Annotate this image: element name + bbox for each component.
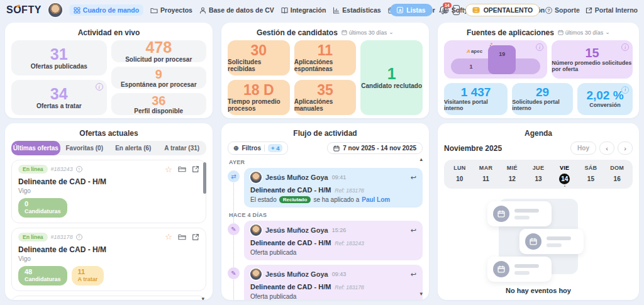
today-button[interactable]: Hoy bbox=[570, 141, 596, 155]
offer-card[interactable]: En línea #182819 ? ☆ Psicólogo/a General… bbox=[11, 296, 206, 300]
date-range-button[interactable]: 7 nov 2025 - 14 nov 2025 bbox=[327, 142, 423, 154]
question-icon[interactable]: ? bbox=[76, 166, 82, 172]
no-events-message: No hay eventos hoy bbox=[444, 287, 633, 294]
weekday-lun[interactable]: LUN10 bbox=[447, 165, 473, 184]
skeleton-event-card bbox=[519, 229, 584, 254]
stat-solicitudes-recibidas[interactable]: 30 Solicitudes recibidas bbox=[228, 40, 290, 75]
scroll-down-icon[interactable]: ▾ bbox=[419, 291, 423, 297]
stat-promedio-solicitudes-oferta[interactable]: i 15 Número promedio solicitudes por ofe… bbox=[552, 40, 633, 79]
reply-icon[interactable]: ↩ bbox=[411, 271, 416, 278]
calendar-icon bbox=[493, 261, 509, 277]
stat-solicitud-por-procesar[interactable]: 478 Solicitud por procesar bbox=[111, 40, 207, 62]
scroll-down-icon[interactable]: ▾ bbox=[201, 296, 204, 300]
a-tratar-badge[interactable]: 11 A tratar bbox=[72, 266, 104, 286]
weekday-sab[interactable]: SÁB15 bbox=[578, 165, 604, 184]
weekday-vie-selected[interactable]: VIE14 bbox=[552, 165, 578, 184]
stat-ofertas-publicadas[interactable]: 31 Ofertas publicadas bbox=[11, 40, 107, 75]
nav-item-integracion[interactable]: Integración bbox=[281, 6, 326, 14]
stat-solicitudes-portal-interno[interactable]: 29 Solicitudes portal interno bbox=[512, 83, 573, 115]
stat-conversion[interactable]: i 2,02 % Conversión bbox=[577, 83, 633, 115]
nav-label: Cuadro de mando bbox=[83, 6, 139, 14]
favorite-star-icon[interactable]: ☆ bbox=[165, 233, 172, 241]
tab-favoritas[interactable]: Favoritas (0) bbox=[60, 141, 109, 155]
avatar bbox=[250, 172, 262, 183]
job-ref: Ref: 183178 bbox=[335, 284, 364, 291]
weekday-jue[interactable]: JUE13 bbox=[525, 165, 552, 184]
job-ref: Ref: 183243 bbox=[335, 240, 364, 247]
weekday-mie[interactable]: MIÉ12 bbox=[499, 165, 525, 184]
activity-entry: ✎ Jesús Muñoz Goya 15:26 ↩ Delineante de… bbox=[228, 221, 423, 260]
tab-a-tratar[interactable]: A tratar (31) bbox=[158, 141, 207, 155]
next-week-button[interactable]: › bbox=[618, 141, 633, 155]
notifications-bell[interactable]: 14 bbox=[438, 6, 447, 15]
folder-icon[interactable] bbox=[178, 165, 186, 173]
tab-ultimas-ofertas[interactable]: Últimas ofertas bbox=[11, 141, 60, 155]
stat-aplicaciones-manuales[interactable]: 35 Aplicaciónes manuales bbox=[294, 80, 357, 115]
stat-perfil-disponible[interactable]: 36 Perfil disponible bbox=[111, 93, 207, 115]
reply-icon[interactable]: ↩ bbox=[411, 227, 416, 234]
weekday-dom[interactable]: DOM16 bbox=[604, 165, 630, 184]
reply-icon[interactable]: ↩ bbox=[411, 174, 416, 181]
reclutado-badge: Reclutado bbox=[279, 196, 311, 203]
sources-funnel-chart[interactable]: i Aapec indeed 1 19 bbox=[444, 40, 547, 79]
person-link[interactable]: Paul Lom bbox=[362, 196, 390, 203]
candidaturas-badge[interactable]: 48 Candidaturas bbox=[18, 266, 67, 286]
edit-icon: ✎ bbox=[228, 223, 240, 235]
external-link-icon[interactable] bbox=[192, 233, 199, 241]
folder-icon[interactable] bbox=[178, 233, 186, 241]
stat-tiempo-promedio-procesos[interactable]: 18 D Tiempo promedio procesos bbox=[228, 80, 290, 115]
offer-id: #183243 bbox=[51, 166, 73, 172]
offers-scrollbar[interactable] bbox=[203, 162, 206, 194]
timeline-group-label: AYER bbox=[228, 159, 423, 165]
info-icon[interactable]: i bbox=[621, 43, 629, 51]
tab-en-alerta[interactable]: En alerta (6) bbox=[109, 141, 158, 155]
offer-location: Vigo bbox=[18, 255, 199, 262]
nav-item-base-de-datos-cv[interactable]: Base de datos de CV bbox=[199, 6, 274, 14]
mobile-phone-icon[interactable] bbox=[453, 5, 460, 15]
question-icon[interactable]: ? bbox=[76, 234, 82, 240]
period-selector[interactable]: últimos 30 días ⌄ bbox=[341, 30, 394, 36]
prev-week-button[interactable]: ‹ bbox=[599, 141, 614, 155]
filters-button[interactable]: ⊕ Filtros + 4 bbox=[228, 141, 288, 155]
stat-candidato-reclutado[interactable]: 1 Candidato reclutado bbox=[360, 40, 423, 115]
favorite-star-icon[interactable]: ☆ bbox=[165, 165, 172, 174]
stat-ofertas-a-tratar[interactable]: i 34 Ofertas a tratar bbox=[11, 80, 107, 115]
offer-card[interactable]: En línea #183243 ? ☆ Delineante de CAD -… bbox=[11, 160, 206, 223]
opentalento-button[interactable]: OPENTALENTO bbox=[465, 4, 540, 16]
funnel-value-indeed: 19 bbox=[499, 51, 505, 57]
list-icon: A bbox=[397, 7, 403, 13]
period-selector[interactable]: últimos 30 días ⌄ bbox=[558, 30, 610, 36]
external-link-icon[interactable] bbox=[192, 165, 199, 173]
nav-label: Proyectos bbox=[160, 6, 192, 14]
listas-button[interactable]: A Listas bbox=[390, 4, 432, 16]
job-title: Delineante de CAD - H/M bbox=[250, 283, 331, 291]
week-strip: LUN10 MAR11 MIÉ12 JUE13 VIE14 SÁB15 DOM1… bbox=[444, 160, 633, 189]
app-logo[interactable]: SOFTY bbox=[6, 4, 42, 16]
activity-card[interactable]: Jesús Muñoz Goya 15:26 ↩ Delineante de C… bbox=[244, 221, 423, 260]
portal-interno-link[interactable]: Portal Interno bbox=[586, 6, 638, 14]
stat-aplicaciones-espontaneas[interactable]: 11 Aplicaciónes espontáneas bbox=[294, 40, 357, 75]
candidaturas-badge[interactable]: 0 Candidaturas bbox=[18, 198, 67, 218]
activity-card[interactable]: Jesús Muñoz Goya 09:41 ↩ Delineante de C… bbox=[244, 168, 423, 208]
calendar-icon bbox=[558, 30, 564, 35]
stat-visitantes-portal-interno[interactable]: 1 437 Visitantes portal interno bbox=[444, 83, 508, 115]
offer-card[interactable]: En línea #183178 ? ☆ Delineante de CAD -… bbox=[11, 228, 206, 291]
activity-card[interactable]: Jesús Muñoz Goya 09:43 ↩ Delineante de C… bbox=[244, 265, 423, 300]
top-navigation: SOFTY Cuadro de mando Proyectos Base de … bbox=[0, 0, 644, 20]
panel-title: Ofertas actuales bbox=[79, 129, 138, 138]
weekday-mar[interactable]: MAR11 bbox=[473, 165, 499, 184]
filters-count-chip: + 4 bbox=[268, 144, 282, 152]
funnel-bar-indeed: 19 bbox=[488, 45, 516, 74]
nav-item-cuadro-de-mando[interactable]: Cuadro de mando bbox=[69, 4, 143, 16]
info-icon[interactable]: i bbox=[621, 86, 629, 94]
soporte-link[interactable]: ? Soporte bbox=[545, 6, 580, 14]
entry-time: 09:43 bbox=[332, 271, 347, 277]
nav-item-estadisticas[interactable]: Estadísticas bbox=[333, 6, 380, 14]
scroll-up-icon[interactable]: ▴ bbox=[419, 156, 423, 162]
offer-location: Vigo bbox=[18, 187, 199, 194]
info-icon[interactable]: i bbox=[96, 83, 103, 91]
edit-icon: ✎ bbox=[228, 267, 240, 279]
stat-espontanea-por-procesar[interactable]: 9 Espontánea por procesar bbox=[111, 67, 207, 89]
user-avatar[interactable] bbox=[48, 3, 62, 17]
nav-item-proyectos[interactable]: Proyectos bbox=[150, 6, 192, 14]
